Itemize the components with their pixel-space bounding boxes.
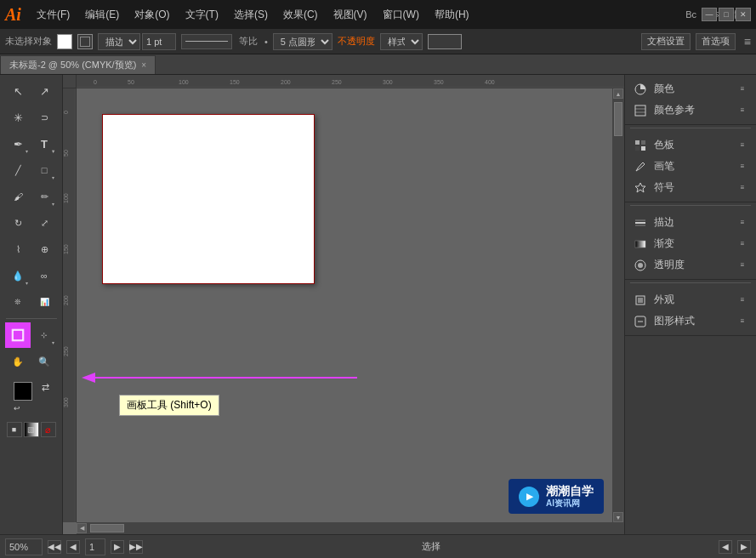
puppet-tool[interactable]: ⊕ — [31, 236, 57, 262]
scale-tool[interactable]: ⤢ — [31, 210, 57, 236]
no-selection-label: 未选择对象 — [5, 35, 52, 48]
eyedropper-tool[interactable]: 💧▾ — [5, 263, 31, 288]
minimize-button[interactable]: — — [702, 8, 717, 21]
panel-item-gradient[interactable]: 渐变 ≡ — [630, 233, 751, 254]
v-scrollbar[interactable]: ▲ ▼ — [612, 88, 624, 522]
svg-text:250: 250 — [332, 79, 342, 85]
zoom-tool[interactable]: 🔍 — [31, 349, 57, 374]
prefs-button[interactable]: 首选项 — [696, 33, 736, 50]
menu-text[interactable]: 文字(T) — [179, 6, 225, 24]
status-arrow-left[interactable]: ◀ — [719, 540, 732, 554]
menu-object[interactable]: 对象(O) — [128, 6, 176, 24]
svg-text:350: 350 — [434, 79, 444, 85]
scroll-down-button[interactable]: ▼ — [613, 512, 623, 522]
panel-item-color[interactable]: 颜色 ≡ — [630, 78, 751, 100]
direct-select-tool[interactable]: ↗ — [31, 78, 57, 104]
magic-wand-tool[interactable]: ✳ — [5, 105, 31, 130]
graphic-styles-collapse[interactable]: ≡ — [737, 316, 747, 327]
fg-swatch[interactable] — [14, 382, 32, 401]
column-chart-tool[interactable]: 📊 — [31, 289, 57, 315]
panel-group-appearance: 外观 ≡ 图形样式 ≡ — [625, 286, 756, 336]
points-select[interactable]: 5 点圆形 — [273, 33, 333, 50]
fill-color-swatch[interactable] — [57, 34, 72, 49]
menu-edit[interactable]: 编辑(E) — [78, 6, 126, 24]
gradient-mode-btn[interactable]: ▧ — [24, 422, 39, 437]
svg-rect-27 — [641, 140, 645, 145]
nav-last-button[interactable]: ▶▶ — [129, 540, 143, 554]
panel-sep-1 — [630, 128, 751, 128]
swatches-collapse[interactable]: ≡ — [737, 140, 747, 151]
select-tool[interactable]: ↖ — [5, 78, 31, 104]
svg-rect-34 — [635, 241, 645, 248]
slice-tool[interactable]: ⊹▾ — [31, 322, 57, 348]
none-mode-btn[interactable]: ⌀ — [41, 422, 56, 437]
panel-item-swatches[interactable]: 色板 ≡ — [630, 134, 751, 156]
text-tool[interactable]: T▾ — [31, 131, 57, 157]
blend-tool[interactable]: ∞ — [31, 263, 57, 288]
close-button[interactable]: ✕ — [736, 8, 751, 21]
color-guide-collapse[interactable]: ≡ — [737, 105, 747, 116]
panel-item-color-guide[interactable]: 颜色参考 ≡ — [630, 100, 751, 121]
nav-prev-button[interactable]: ◀ — [66, 540, 80, 554]
doc-setup-button[interactable]: 文档设置 — [641, 33, 691, 50]
paintbrush-tool[interactable]: 🖌 — [5, 184, 31, 209]
color-mode-btn[interactable]: ■ — [7, 422, 22, 437]
rect-tool[interactable]: □▾ — [31, 157, 57, 183]
page-number-input[interactable] — [85, 538, 105, 555]
brush-collapse[interactable]: ≡ — [737, 162, 747, 172]
warp-tool[interactable]: ⌇ — [5, 236, 31, 262]
hand-tool[interactable]: ✋ — [5, 349, 31, 374]
menu-window[interactable]: 窗口(W) — [376, 6, 426, 24]
tool-row-9: ❊ 📊 — [5, 289, 57, 315]
lasso-tool[interactable]: ⊃ — [31, 105, 57, 130]
nav-first-button[interactable]: ◀◀ — [48, 540, 61, 554]
opacity-collapse[interactable]: ≡ — [737, 260, 747, 270]
panel-item-symbol[interactable]: 符号 ≡ — [630, 177, 751, 198]
appearance-collapse[interactable]: ≡ — [737, 295, 747, 305]
scroll-thumb-h[interactable] — [90, 524, 124, 532]
panel-item-brush[interactable]: 画笔 ≡ — [630, 156, 751, 177]
nav-next-button[interactable]: ▶ — [111, 540, 124, 554]
opacity-icon — [634, 259, 647, 272]
restore-button[interactable]: □ — [719, 8, 734, 21]
status-arrow-right[interactable]: ▶ — [737, 540, 751, 554]
ruler-top-row: 0 50 100 150 200 250 300 350 400 — [63, 75, 624, 88]
panel-item-stroke[interactable]: 描边 ≡ — [630, 212, 751, 233]
symbol-spray-tool[interactable]: ❊ — [5, 289, 31, 315]
zoom-input[interactable] — [5, 538, 43, 555]
menu-file[interactable]: 文件(F) — [30, 6, 77, 24]
rotate-tool[interactable]: ↻ — [5, 210, 31, 236]
panel-group-stroke: 描边 ≡ 渐变 ≡ 透明度 ≡ — [625, 208, 756, 280]
tab-close-button[interactable]: × — [141, 60, 146, 70]
canvas-area[interactable]: 画板工具 (Shift+O) ▶ 潮潮自学 AI资讯网 — [77, 88, 612, 522]
panel-item-appearance[interactable]: 外观 ≡ — [630, 289, 751, 310]
scroll-left-button[interactable]: ◀ — [77, 523, 87, 533]
color-collapse[interactable]: ≡ — [737, 84, 747, 94]
swap-colors-icon[interactable]: ⇄ — [42, 382, 49, 393]
svg-text:150: 150 — [230, 79, 240, 85]
line-tool[interactable]: ╱ — [5, 157, 31, 183]
stroke-panel-collapse[interactable]: ≡ — [737, 218, 747, 228]
reset-colors-icon[interactable]: ↩ — [14, 404, 20, 413]
artboard-tool[interactable] — [5, 322, 31, 348]
menu-select[interactable]: 选择(S) — [227, 6, 275, 24]
menu-view[interactable]: 视图(V) — [327, 6, 374, 24]
gradient-collapse[interactable]: ≡ — [737, 239, 747, 249]
h-scrollbar[interactable]: ◀ — [77, 522, 624, 534]
scroll-thumb-v[interactable] — [614, 102, 622, 136]
menu-effect[interactable]: 效果(C) — [276, 6, 325, 24]
panel-toggle-icon[interactable]: ≡ — [744, 35, 751, 48]
menu-help[interactable]: 帮助(H) — [428, 6, 476, 24]
scroll-up-button[interactable]: ▲ — [613, 88, 623, 99]
title-bar: Ai 文件(F) 编辑(E) 对象(O) 文字(T) 选择(S) 效果(C) 视… — [0, 0, 756, 29]
stroke-width-input[interactable] — [142, 33, 176, 50]
stroke-swatch[interactable] — [77, 34, 93, 49]
style-select[interactable]: 样式 — [380, 33, 423, 50]
pen-tool[interactable]: ✒▾ — [5, 131, 31, 157]
pencil-tool[interactable]: ✏▾ — [31, 184, 57, 209]
symbol-collapse[interactable]: ≡ — [737, 183, 747, 193]
panel-item-graphic-styles[interactable]: 图形样式 ≡ — [630, 310, 751, 332]
panel-item-opacity[interactable]: 透明度 ≡ — [630, 254, 751, 276]
stroke-type-select[interactable]: 描边 — [98, 33, 140, 50]
document-tab[interactable]: 未标题-2 @ 50% (CMYK/预览) × — [0, 55, 156, 74]
